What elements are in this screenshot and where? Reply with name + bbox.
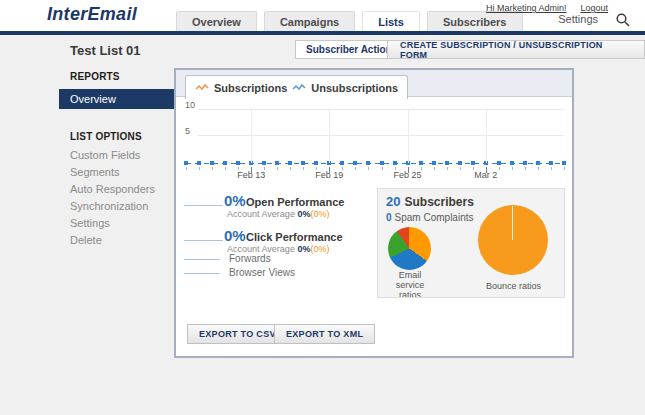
sidebar-heading-list-options: LIST OPTIONS: [70, 131, 142, 142]
nav-tab-campaigns[interactable]: Campaigns: [264, 11, 355, 31]
sidebar-item-settings[interactable]: Settings: [70, 217, 110, 229]
data-point: [210, 161, 214, 165]
sidebar-item-auto-responders[interactable]: Auto Responders: [70, 183, 155, 195]
data-point: [497, 161, 501, 165]
nav-tab-subscribers[interactable]: Subscribers: [427, 11, 523, 31]
tab-subscriptions[interactable]: Subscriptions: [214, 82, 287, 94]
x-axis-tick: [186, 167, 187, 170]
gridline-vertical: [486, 109, 487, 163]
sidebar-item-delete[interactable]: Delete: [70, 234, 102, 246]
open-performance-value: 0%: [224, 192, 246, 209]
data-point: [432, 161, 436, 165]
settings-link[interactable]: Settings: [558, 13, 598, 25]
logout-link[interactable]: Logout: [580, 3, 608, 13]
x-axis-tick: [460, 167, 461, 170]
subscriber-actions-label: Subscriber Actions: [306, 44, 397, 55]
email-label-line: Email: [380, 270, 440, 280]
data-point: [314, 161, 318, 165]
x-axis-label: Mar 2: [474, 170, 497, 180]
account-average-paren: (0%): [310, 209, 329, 219]
x-axis-tick: [564, 167, 565, 170]
email-label-line: ratios: [380, 290, 440, 298]
email-label-line: service: [380, 280, 440, 290]
subscribers-label: Subscribers: [404, 195, 473, 209]
page-title: Test List 01: [70, 43, 141, 58]
export-csv-button[interactable]: EXPORT TO CSV: [187, 324, 288, 344]
gridline-horizontal: [198, 135, 564, 136]
data-point: [262, 161, 266, 165]
subscriber-stats-box: 20Subscribers 0Spam Complaints Email ser…: [377, 188, 565, 298]
sidebar-item-custom-fields[interactable]: Custom Fields: [70, 149, 140, 161]
data-point: [536, 161, 540, 165]
subscribers-count: 20: [386, 194, 400, 209]
click-performance-value: 0%: [224, 227, 246, 244]
x-axis-tick: [382, 167, 383, 170]
open-account-average: Account Average 0%(0%): [227, 209, 329, 219]
x-axis-tick: [512, 167, 513, 170]
x-axis-label: Feb 19: [315, 170, 343, 180]
click-performance-label: Click Performance: [246, 231, 343, 243]
x-axis-tick: [277, 167, 278, 170]
chart-series-tabs: Subscriptions Unsubscriptions: [185, 75, 408, 99]
subscriptions-line-icon: [195, 83, 209, 92]
data-point: [301, 161, 305, 165]
app-window: InterEmail Overview Campaigns Lists Subs…: [0, 0, 645, 415]
open-performance-label: Open Performance: [246, 196, 344, 208]
nav-tab-overview[interactable]: Overview: [176, 11, 257, 31]
create-subscription-form-button[interactable]: CREATE SUBSCRIPTION / UNSUBSCRIPTION FOR…: [387, 40, 645, 59]
x-axis-tick: [199, 167, 200, 170]
header: InterEmail Overview Campaigns Lists Subs…: [0, 0, 645, 31]
spam-label: Spam Complaints: [395, 212, 474, 223]
data-point: [549, 161, 553, 165]
x-axis-tick: [225, 167, 226, 170]
gridline-horizontal: [198, 109, 564, 110]
data-point: [458, 161, 462, 165]
data-point: [197, 161, 201, 165]
report-panel: Subscriptions Unsubscriptions 10 5 Feb 1…: [174, 68, 574, 358]
spam-count: 0: [386, 212, 392, 223]
account-average-value: 0%: [297, 209, 310, 219]
data-point: [184, 161, 188, 165]
data-point: [340, 161, 344, 165]
data-point: [353, 161, 357, 165]
spam-complaints-line: 0Spam Complaints: [386, 212, 473, 223]
data-series-line: [186, 163, 564, 164]
x-axis-tick: [368, 167, 369, 170]
nav-tab-lists[interactable]: Lists: [362, 11, 420, 31]
data-point: [510, 161, 514, 165]
data-point: [236, 161, 240, 165]
data-point: [393, 161, 397, 165]
sidebar-item-synchronization[interactable]: Synchronization: [70, 200, 148, 212]
x-axis-tick: [499, 167, 500, 170]
sidebar-item-overview[interactable]: Overview: [59, 89, 175, 109]
bounce-ratios-label: Bounce ratios: [466, 281, 561, 291]
export-xml-button[interactable]: EXPORT TO XML: [274, 324, 375, 344]
account-links: Hi Marketing Admin! Logout: [486, 3, 608, 13]
x-axis-tick: [355, 167, 356, 170]
subscribers-count-line: 20Subscribers: [386, 194, 474, 209]
data-point: [380, 161, 384, 165]
gridline-vertical: [329, 109, 330, 163]
data-point: [223, 161, 227, 165]
x-axis-label: Feb 25: [394, 170, 422, 180]
data-point: [445, 161, 449, 165]
data-point: [562, 161, 566, 165]
account-average-value: 0%: [297, 244, 310, 254]
forwards-legend-line: [184, 259, 220, 260]
greeting-link[interactable]: Hi Marketing Admin!: [486, 3, 567, 13]
unsubscriptions-line-icon: [292, 83, 306, 92]
x-axis-tick: [290, 167, 291, 170]
search-icon[interactable]: [615, 12, 631, 28]
header-divider: [0, 31, 645, 35]
account-average-paren: (0%): [310, 244, 329, 254]
browser-views-legend-line: [184, 273, 220, 274]
open-performance-legend-line: [184, 205, 223, 206]
forwards-label: Forwards: [229, 253, 271, 264]
data-point: [419, 161, 423, 165]
x-axis-tick: [538, 167, 539, 170]
sidebar-heading-reports: REPORTS: [70, 71, 120, 82]
line-chart: Feb 13Feb 19Feb 25Mar 2: [186, 106, 564, 186]
sidebar-item-segments[interactable]: Segments: [70, 166, 120, 178]
click-performance-legend-line: [184, 240, 223, 241]
tab-unsubscriptions[interactable]: Unsubscriptions: [311, 82, 398, 94]
